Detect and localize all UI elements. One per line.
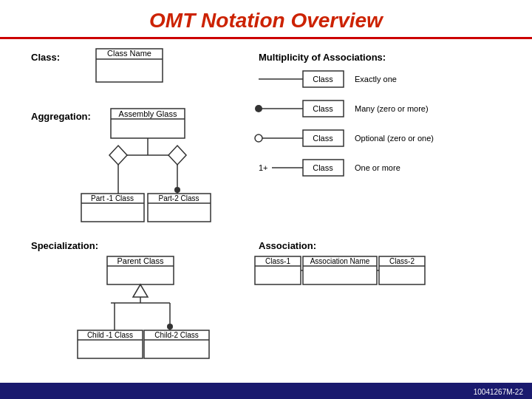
mult-row4-prefix: 1+: [259, 163, 268, 172]
page-title: OMT Notation Overview: [149, 9, 383, 32]
multiplicity-label: Multiplicity of Associations:: [259, 52, 386, 63]
association-label: Association:: [259, 240, 316, 251]
footer-bar: [0, 383, 532, 399]
aggregation-dot: [174, 187, 180, 193]
class-name-text: Class Name: [107, 49, 151, 58]
mult-row1-desc: Exactly one: [355, 75, 397, 83]
specialization-triangle: [133, 284, 148, 297]
child1-class-text: Child -1 Class: [87, 331, 133, 339]
assoc-class2-text: Class-2: [389, 257, 415, 265]
child2-class-text: Child-2 Class: [154, 331, 198, 339]
title-bar: OMT Notation Overview: [0, 0, 532, 39]
aggregation-label: Aggregation:: [31, 111, 91, 122]
mult-row3-desc: Optional (zero or one): [355, 134, 434, 143]
part1-class-text: Part -1 Class: [91, 194, 134, 202]
right-diamond: [168, 146, 186, 165]
part2-class-text: Part-2 Class: [158, 194, 199, 202]
main-diagram: Class: Class Name Aggregation: Assembly …: [0, 38, 532, 399]
assembly-class-text: Assembly Glass: [119, 109, 177, 118]
left-diamond: [109, 146, 127, 165]
svg-text:Class: Class: [313, 134, 333, 143]
svg-text:Class: Class: [313, 163, 333, 172]
mult-row4-desc: One or more: [355, 163, 400, 172]
spec-dot: [167, 324, 173, 330]
mult-row3-circle: [255, 134, 262, 142]
specialization-label: Specialization:: [31, 240, 98, 251]
footer-text: 10041267M-22: [474, 388, 523, 396]
mult-row2-dot: [255, 105, 262, 112]
mult-row2-desc: Many (zero or more): [355, 104, 429, 113]
class-label: Class:: [31, 52, 60, 63]
svg-text:Class: Class: [313, 75, 333, 83]
svg-text:Class: Class: [313, 104, 333, 113]
assoc-class1-text: Class-1: [265, 257, 290, 265]
parent-class-text: Parent Class: [117, 256, 164, 265]
assoc-name-text: Association Name: [310, 257, 370, 265]
